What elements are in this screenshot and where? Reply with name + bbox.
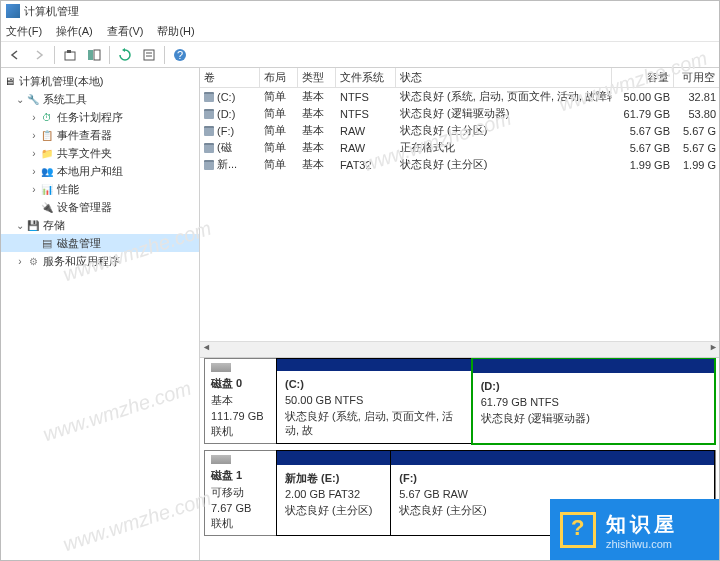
disk-0-header: 磁盘 0 基本 111.79 GB 联机 xyxy=(205,359,277,443)
col-free[interactable]: 可用空 xyxy=(674,68,720,87)
volume-icon xyxy=(204,126,214,136)
menu-view[interactable]: 查看(V) xyxy=(107,24,144,39)
disk-icon xyxy=(211,455,231,464)
up-button[interactable] xyxy=(59,44,81,66)
volume-row[interactable]: 新...简单基本FAT32状态良好 (主分区)1.99 GB1.99 G xyxy=(200,156,720,173)
tree-root[interactable]: 计算机管理(本地) xyxy=(0,72,199,90)
partition-d[interactable]: (D:)61.79 GB NTFS状态良好 (逻辑驱动器) xyxy=(472,358,715,444)
tree-disk-management[interactable]: 磁盘管理 xyxy=(0,234,199,252)
tree-task-scheduler[interactable]: ›任务计划程序 xyxy=(0,108,199,126)
svg-rect-3 xyxy=(94,50,100,60)
window-title: 计算机管理 xyxy=(24,4,79,19)
nav-tree: 计算机管理(本地) ⌄系统工具 ›任务计划程序 ›事件查看器 ›共享文件夹 ›本… xyxy=(0,68,200,560)
tree-storage[interactable]: ⌄存储 xyxy=(0,216,199,234)
svg-rect-0 xyxy=(65,52,75,60)
brand-logo: 知识屋 zhishiwu.com xyxy=(550,499,720,561)
menu-help[interactable]: 帮助(H) xyxy=(157,24,194,39)
volume-header: 卷 布局 类型 文件系统 状态 容量 可用空 xyxy=(200,68,720,88)
volume-icon xyxy=(204,109,214,119)
tree-event-viewer[interactable]: ›事件查看器 xyxy=(0,126,199,144)
refresh-button[interactable] xyxy=(114,44,136,66)
volume-icon xyxy=(204,92,214,102)
tree-services-apps[interactable]: ›服务和应用程序 xyxy=(0,252,199,270)
volume-row[interactable]: (C:)简单基本NTFS状态良好 (系统, 启动, 页面文件, 活动, 故障转储… xyxy=(200,88,720,105)
forward-button[interactable] xyxy=(28,44,50,66)
tree-systools[interactable]: ⌄系统工具 xyxy=(0,90,199,108)
properties-button[interactable] xyxy=(138,44,160,66)
col-type[interactable]: 类型 xyxy=(298,68,336,87)
volume-row[interactable]: (F:)简单基本RAW状态良好 (主分区)5.67 GB5.67 G xyxy=(200,122,720,139)
volume-row[interactable]: (D:)简单基本NTFS状态良好 (逻辑驱动器)61.79 GB53.80 xyxy=(200,105,720,122)
col-layout[interactable]: 布局 xyxy=(260,68,298,87)
disk-icon xyxy=(211,363,231,372)
tree-performance[interactable]: ›性能 xyxy=(0,180,199,198)
app-icon xyxy=(6,4,20,18)
disk-0[interactable]: 磁盘 0 基本 111.79 GB 联机 (C:)50.00 GB NTFS状态… xyxy=(204,358,716,444)
horizontal-scrollbar[interactable] xyxy=(200,341,720,357)
menu-file[interactable]: 文件(F) xyxy=(6,24,42,39)
volume-icon xyxy=(204,143,214,153)
svg-text:?: ? xyxy=(177,49,183,61)
col-volume[interactable]: 卷 xyxy=(200,68,260,87)
partition-c[interactable]: (C:)50.00 GB NTFS状态良好 (系统, 启动, 页面文件, 活动,… xyxy=(276,358,473,444)
logo-name: 知识屋 xyxy=(606,511,678,538)
disk-1-header: 磁盘 1 可移动 7.67 GB 联机 xyxy=(205,451,277,535)
col-capacity[interactable]: 容量 xyxy=(612,68,674,87)
menu-action[interactable]: 操作(A) xyxy=(56,24,93,39)
help-button[interactable]: ? xyxy=(169,44,191,66)
logo-icon xyxy=(560,512,596,548)
svg-rect-4 xyxy=(144,50,154,60)
tree-local-users[interactable]: ›本地用户和组 xyxy=(0,162,199,180)
show-hide-button[interactable] xyxy=(83,44,105,66)
menubar: 文件(F) 操作(A) 查看(V) 帮助(H) xyxy=(0,22,720,42)
tree-shared-folders[interactable]: ›共享文件夹 xyxy=(0,144,199,162)
volume-icon xyxy=(204,160,214,170)
svg-rect-2 xyxy=(88,50,93,60)
svg-rect-1 xyxy=(67,50,71,53)
logo-url: zhishiwu.com xyxy=(606,538,678,550)
partition-e[interactable]: 新加卷 (E:)2.00 GB FAT32状态良好 (主分区) xyxy=(276,450,391,536)
col-status[interactable]: 状态 xyxy=(396,68,612,87)
toolbar: ? xyxy=(0,42,720,68)
tree-device-manager[interactable]: 设备管理器 xyxy=(0,198,199,216)
col-filesystem[interactable]: 文件系统 xyxy=(336,68,396,87)
volume-row[interactable]: (磁简单基本RAW正在格式化5.67 GB5.67 G xyxy=(200,139,720,156)
back-button[interactable] xyxy=(4,44,26,66)
volume-list: (C:)简单基本NTFS状态良好 (系统, 启动, 页面文件, 活动, 故障转储… xyxy=(200,88,720,341)
